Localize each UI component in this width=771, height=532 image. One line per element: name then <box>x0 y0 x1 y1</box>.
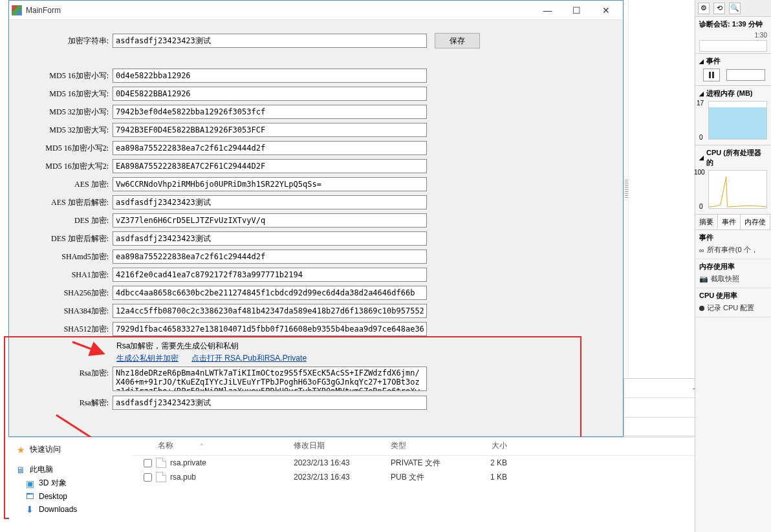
close-button[interactable]: ✕ <box>591 1 620 19</box>
input-sha384[interactable] <box>113 304 427 318</box>
form-content: 加密字符串: 保存 MD5 16加密小写: MD5 16加密大写: MD5 32… <box>9 20 623 420</box>
diag-timeline[interactable] <box>699 40 767 52</box>
input-md5-32-upper[interactable] <box>113 123 427 137</box>
cpu-record-link[interactable]: 记录 CPU 配置 <box>699 302 767 314</box>
input-shamd5[interactable] <box>113 250 427 264</box>
nav-pane: ★快速访问 🖥此电脑 ▣3D 对象 🗔Desktop ⬇Downloads <box>9 438 129 521</box>
link-open-keys[interactable]: 点击打开 RSA.Pub和RSA.Private <box>191 353 307 364</box>
splitter-handle-icon <box>625 180 628 199</box>
label-aes-encrypt: AES 加密: <box>35 179 113 190</box>
label-md5-16-lower2: MD5 16加密小写2: <box>35 143 113 154</box>
nav-3d-objects[interactable]: ▣3D 对象 <box>13 476 125 490</box>
input-md5-16-upper2[interactable] <box>113 159 427 173</box>
diag-cpu-section: ◢CPU (所有处理器的 100 0 <box>695 145 771 214</box>
nav-quick-access[interactable]: ★快速访问 <box>13 443 125 456</box>
pause-button[interactable] <box>703 69 720 81</box>
rsa-note: Rsa加解密，需要先生成公钥和私钥 <box>116 341 239 352</box>
file-checkbox[interactable] <box>144 459 152 467</box>
nav-desktop[interactable]: 🗔Desktop <box>13 490 125 503</box>
file-row[interactable]: rsa.private 2023/2/13 16:43 PRIVATE 文件 2… <box>132 456 759 470</box>
nav-downloads[interactable]: ⬇Downloads <box>13 503 125 516</box>
file-size: 2 KB <box>468 458 520 467</box>
file-explorer: ★快速访问 🖥此电脑 ▣3D 对象 🗔Desktop ⬇Downloads 名称… <box>9 437 759 531</box>
input-rsa-encrypt[interactable]: Nhz18deDRzeR6pBma4nLWTk7aTiKIImOCtoz9S5f… <box>113 367 427 391</box>
cpu-chart[interactable] <box>708 170 767 209</box>
input-encrypt-string[interactable] <box>113 34 427 48</box>
label-md5-16-upper2: MD5 16加密大写2: <box>35 161 113 172</box>
input-aes-encrypt[interactable] <box>113 177 427 191</box>
label-rsa-decrypt: Rsa解密: <box>35 398 113 409</box>
label-encrypt-string: 加密字符串: <box>35 36 113 47</box>
input-aes-decrypt[interactable] <box>113 195 427 209</box>
minimize-button[interactable]: — <box>533 1 562 19</box>
input-md5-16-lower2[interactable] <box>113 141 427 155</box>
input-sha1[interactable] <box>113 268 427 282</box>
cpu-detail-title: CPU 使用率 <box>699 291 767 301</box>
mem-axis-bot: 0 <box>699 134 703 141</box>
file-row[interactable]: rsa.pub 2023/2/13 16:43 PUB 文件 1 KB <box>132 470 759 484</box>
file-date: 2023/2/13 16:43 <box>294 473 391 482</box>
label-sha256: SHA256加密: <box>35 288 113 299</box>
memory-detail: 内存使用率 📷截取快照 <box>695 259 771 288</box>
file-checkbox[interactable] <box>144 473 152 482</box>
column-type[interactable]: 类型 <box>391 440 468 451</box>
nav-this-pc[interactable]: 🖥此电脑 <box>13 463 125 476</box>
vertical-splitter[interactable] <box>624 0 629 378</box>
label-aes-decrypt: AES 加密后解密: <box>35 197 113 208</box>
diag-tabs: 摘要 事件 内存使 <box>695 214 771 230</box>
input-rsa-decrypt[interactable] <box>113 396 427 410</box>
events-all-link[interactable]: ∞所有事件(0 个， <box>699 244 767 256</box>
file-date: 2023/2/13 16:43 <box>294 458 391 467</box>
tab-events[interactable]: 事件 <box>718 215 741 229</box>
save-button[interactable]: 保存 <box>435 33 480 48</box>
cpu-axis-bot: 0 <box>699 203 703 210</box>
infinity-icon: ∞ <box>699 246 704 254</box>
cube-icon: ▣ <box>25 478 35 489</box>
column-date[interactable]: 修改日期 <box>294 440 391 451</box>
tab-memory[interactable]: 内存使 <box>741 215 770 229</box>
diagnostic-panel: ⚙ ⟲ 🔍 诊断会话: 1:39 分钟 1:30 ◢事件 ◢进程内存 (MB) … <box>695 0 771 532</box>
events-filter-input[interactable] <box>726 69 765 81</box>
label-md5-16-upper: MD5 16加密大写: <box>35 89 113 100</box>
toolbar-zoom-reset-icon[interactable]: ⟲ <box>713 3 725 14</box>
label-sha384: SHA384加密: <box>35 306 113 317</box>
input-sha256[interactable] <box>113 286 427 300</box>
label-des-encrypt: DES 加密: <box>35 215 113 226</box>
label-md5-32-lower: MD5 32加密小写: <box>35 107 113 118</box>
collapse-icon[interactable]: ◢ <box>699 90 704 97</box>
desktop-icon: 🗔 <box>25 491 35 502</box>
column-size[interactable]: 大小 <box>468 440 520 451</box>
snapshot-link[interactable]: 📷截取快照 <box>699 273 767 285</box>
pc-icon: 🖥 <box>16 465 26 475</box>
collapse-icon[interactable]: ◢ <box>699 58 704 65</box>
label-sha1: SHA1加密: <box>35 270 113 281</box>
input-des-encrypt[interactable] <box>113 213 427 228</box>
window-title: MainForm <box>26 6 533 15</box>
input-des-decrypt[interactable] <box>113 231 427 246</box>
link-generate-keys[interactable]: 生成公私钥并加密 <box>116 353 179 364</box>
file-icon <box>156 472 166 482</box>
input-md5-16-lower[interactable] <box>113 69 427 83</box>
file-name: rsa.private <box>170 458 206 467</box>
diag-memory-title: 进程内存 (MB) <box>706 89 753 98</box>
tab-summary[interactable]: 摘要 <box>695 215 718 229</box>
label-sha512: SHA512加密: <box>35 324 113 335</box>
diag-session-label: 诊断会话: 1:39 分钟 <box>695 17 771 32</box>
diag-memory-section: ◢进程内存 (MB) 17 0 <box>695 85 771 145</box>
input-md5-16-upper[interactable] <box>113 87 427 101</box>
toolbar-zoom-in-icon[interactable]: 🔍 <box>729 3 741 14</box>
column-name[interactable]: 名称⌃ <box>132 440 294 451</box>
events-detail-title: 事件 <box>699 233 767 242</box>
file-icon <box>156 458 166 468</box>
memory-chart[interactable] <box>708 101 767 140</box>
diag-events-section: ◢事件 <box>695 53 771 85</box>
toolbar-settings-icon[interactable]: ⚙ <box>698 3 710 14</box>
main-window: MainForm — ☐ ✕ 加密字符串: 保存 MD5 16加密小写: MD5… <box>8 0 624 437</box>
maximize-button[interactable]: ☐ <box>562 1 591 19</box>
input-md5-32-lower[interactable] <box>113 105 427 119</box>
diag-time-mark: 1:30 <box>695 32 771 39</box>
collapse-icon[interactable]: ◢ <box>699 154 704 161</box>
input-sha512[interactable] <box>113 322 427 336</box>
mem-axis-top: 17 <box>697 100 704 107</box>
events-detail: 事件 ∞所有事件(0 个， <box>695 230 771 259</box>
